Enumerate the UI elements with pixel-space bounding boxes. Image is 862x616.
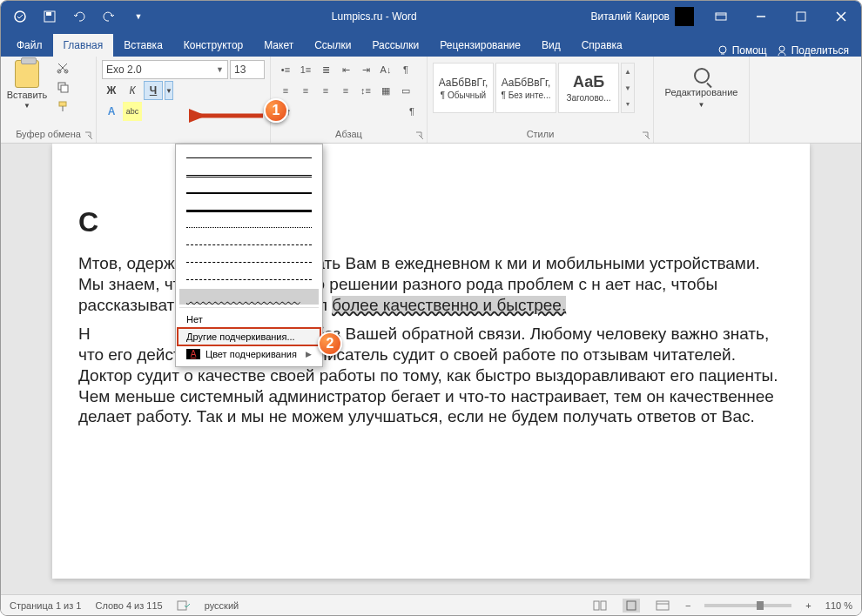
group-label-clipboard: Буфер обмена	[6, 127, 91, 141]
styles-dialog-launcher[interactable]	[641, 131, 651, 141]
tab-design[interactable]: Конструктор	[173, 34, 253, 57]
shading-button[interactable]: ▦	[376, 81, 395, 100]
user-account[interactable]: Виталий Каиров	[590, 7, 701, 26]
underline-heavy[interactable]	[186, 202, 312, 218]
tab-home[interactable]: Главная	[53, 34, 114, 57]
style-normal[interactable]: АаБбВвГг,¶ Обычный	[433, 63, 494, 113]
paste-button[interactable]: Вставить ▼	[6, 60, 48, 116]
minimize-button[interactable]	[741, 1, 781, 32]
sort-button[interactable]: A↓	[376, 60, 395, 79]
style-no-spacing[interactable]: АаБбВвГг,¶ Без инте...	[495, 63, 556, 113]
maximize-button[interactable]	[781, 1, 821, 32]
svg-point-5	[719, 46, 726, 53]
status-spellcheck-icon[interactable]	[177, 599, 191, 612]
save-button[interactable]	[37, 4, 62, 29]
status-page[interactable]: Страница 1 из 1	[10, 600, 81, 611]
tab-insert[interactable]: Вставка	[113, 34, 173, 57]
tab-references[interactable]: Ссылки	[304, 34, 361, 57]
view-read-button[interactable]	[591, 599, 609, 613]
ribbon-display-button[interactable]	[701, 1, 741, 32]
group-styles: АаБбВвГг,¶ Обычный АаБбВвГг,¶ Без инте..…	[428, 57, 654, 143]
align-left-button[interactable]: ≡	[276, 81, 295, 100]
svg-rect-11	[59, 102, 66, 106]
show-para-button[interactable]: ¶	[402, 102, 421, 121]
undo-button[interactable]	[67, 4, 91, 29]
share-button[interactable]: Поделиться	[776, 44, 849, 57]
svg-point-6	[779, 46, 785, 51]
bold-button[interactable]: Ж	[102, 81, 121, 100]
status-language[interactable]: русский	[205, 600, 239, 611]
svg-rect-4	[797, 12, 805, 21]
tab-file[interactable]: Файл	[6, 34, 53, 57]
editing-menu-button[interactable]: Редактирование ▼	[659, 60, 744, 116]
underline-color[interactable]: A Цвет подчеркивания ▶	[178, 345, 320, 363]
format-painter-button[interactable]	[53, 98, 72, 114]
document-page[interactable]: С Мтов, одержимых идеей помогать Вам в е…	[52, 144, 810, 579]
zoom-in-button[interactable]: +	[805, 600, 811, 611]
styles-more-button[interactable]: ▲▼▾	[621, 63, 635, 113]
menu-separator	[179, 307, 319, 308]
underline-double[interactable]	[186, 167, 312, 183]
underline-single[interactable]	[186, 150, 312, 165]
zoom-out-button[interactable]: −	[685, 600, 690, 611]
style-heading1[interactable]: АаБЗаголово...	[558, 63, 619, 113]
tab-help[interactable]: Справка	[571, 34, 633, 57]
callout-badge-2: 2	[318, 331, 342, 356]
close-button[interactable]	[821, 1, 861, 32]
share-icon	[776, 44, 788, 57]
qat-customize[interactable]: ▼	[126, 4, 151, 29]
increase-indent-button[interactable]: ⇥	[356, 60, 375, 79]
chevron-down-icon: ▼	[698, 101, 705, 109]
group-label-paragraph: Абзац	[276, 127, 421, 141]
underline-button[interactable]: Ч	[144, 81, 163, 100]
copy-button[interactable]	[53, 79, 72, 95]
underline-long-dash[interactable]	[186, 254, 312, 270]
zoom-slider[interactable]	[704, 604, 791, 607]
line-spacing-button[interactable]: ↕≡	[356, 81, 375, 100]
zoom-level[interactable]: 110 %	[825, 600, 852, 611]
view-print-button[interactable]	[623, 599, 640, 613]
text-effects-button[interactable]: A	[102, 102, 121, 121]
group-label-styles: Стили	[433, 127, 648, 141]
svg-rect-14	[594, 601, 599, 610]
paragraph-dialog-launcher[interactable]	[414, 131, 425, 141]
window-title: Lumpics.ru - Word	[158, 10, 590, 23]
redo-button[interactable]	[97, 4, 121, 29]
underline-dot-dash[interactable]	[186, 271, 312, 287]
tell-me-button[interactable]: Помощ	[717, 44, 767, 57]
underline-other[interactable]: Другие подчеркивания...	[178, 328, 320, 345]
borders-button[interactable]: ▭	[396, 81, 415, 100]
document-area[interactable]: С Мтов, одержимых идеей помогать Вам в е…	[1, 144, 861, 594]
tab-layout[interactable]: Макет	[253, 34, 304, 57]
underline-none[interactable]: Нет	[178, 311, 320, 328]
autosave-toggle[interactable]	[8, 4, 32, 29]
bullets-button[interactable]: •≡	[276, 60, 295, 79]
show-marks-button[interactable]: ¶	[396, 60, 415, 79]
tab-mailings[interactable]: Рассылки	[361, 34, 429, 57]
numbering-button[interactable]: 1≡	[296, 60, 315, 79]
highlight-button[interactable]: abc	[123, 102, 142, 121]
multilevel-button[interactable]: ≣	[316, 60, 335, 79]
quick-access-toolbar: ▼	[1, 4, 158, 29]
font-size-combo[interactable]: 13	[230, 60, 265, 79]
underline-thick[interactable]	[186, 184, 312, 200]
callout-badge-1: 1	[264, 98, 288, 123]
font-name-combo[interactable]: Exo 2.0▼	[102, 60, 228, 79]
view-web-button[interactable]	[654, 599, 671, 613]
underline-wavy[interactable]: wwwwwwwwwwwwwwwwwwwww	[179, 289, 319, 305]
zoom-slider-thumb[interactable]	[757, 601, 764, 610]
underline-dashed[interactable]	[186, 237, 312, 252]
justify-button[interactable]: ≡	[336, 81, 355, 100]
italic-button[interactable]: К	[123, 81, 142, 100]
status-words[interactable]: Слово 4 из 115	[95, 600, 162, 611]
svg-rect-3	[716, 13, 726, 20]
underline-dropdown-arrow[interactable]: ▼	[165, 81, 173, 100]
cut-button[interactable]	[53, 60, 72, 76]
align-right-button[interactable]: ≡	[316, 81, 335, 100]
align-center-button[interactable]: ≡	[296, 81, 315, 100]
tab-view[interactable]: Вид	[531, 34, 571, 57]
tab-review[interactable]: Рецензирование	[429, 34, 531, 57]
decrease-indent-button[interactable]: ⇤	[336, 60, 355, 79]
clipboard-dialog-launcher[interactable]	[84, 131, 94, 141]
underline-dotted[interactable]	[186, 219, 312, 235]
